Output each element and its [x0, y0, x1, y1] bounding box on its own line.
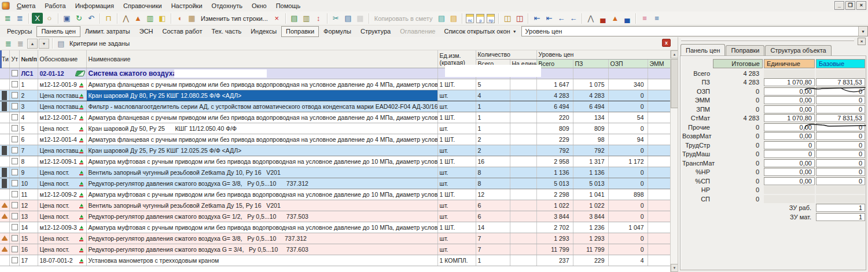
- row-qty-per-cell[interactable]: [510, 189, 536, 200]
- row-emm-cell[interactable]: [648, 101, 670, 112]
- table-row[interactable]: 3Цена поставщикаФильтр - масловлагоотдел…: [0, 101, 670, 112]
- price-base-field[interactable]: 0: [816, 87, 865, 95]
- comments-icon[interactable]: ◧: [157, 13, 168, 24]
- pickaxe-icon[interactable]: ⋀: [585, 13, 596, 24]
- row-total-cell[interactable]: 2 298: [536, 189, 573, 200]
- col-header-price-group[interactable]: Уровень цен: [536, 50, 670, 59]
- row-pz-cell[interactable]: 6 494: [573, 101, 608, 112]
- row-qty-cell[interactable]: 6: [476, 200, 510, 211]
- row-name-cell[interactable]: Кран шаровой Ду 80, Ру 25 КШГ 12.080.25 …: [86, 90, 437, 101]
- row-pz-cell[interactable]: 1 317: [573, 156, 608, 167]
- price-unit-field[interactable]: 1 070,80: [764, 78, 815, 86]
- row-number-cell[interactable]: 11: [19, 189, 38, 200]
- row-ozp-cell[interactable]: 0: [608, 178, 648, 189]
- row-qty-cell[interactable]: 1: [476, 101, 510, 112]
- row-total-cell[interactable]: 809: [536, 123, 573, 134]
- price-unit-field[interactable]: 0,00: [764, 132, 815, 140]
- row-qty-per-cell[interactable]: [510, 255, 536, 266]
- row-ozp-cell[interactable]: 1 172: [608, 156, 648, 167]
- row-qty-per-cell[interactable]: [510, 112, 536, 123]
- price-base-field[interactable]: 7 831,53: [816, 78, 865, 86]
- outdent-alt-icon[interactable]: ⇤: [543, 13, 554, 24]
- row-checkbox[interactable]: [12, 114, 18, 120]
- close-button[interactable]: ×: [856, 1, 866, 10]
- price-base-field[interactable]: 0: [816, 96, 865, 104]
- insert-ls-row-icon[interactable]: пс: [466, 14, 474, 23]
- row-name-cell[interactable]: Установка манометров с трехходовым крано…: [86, 255, 437, 266]
- row-name-cell[interactable]: Арматура муфтовая с ручным приводом или …: [86, 156, 437, 167]
- row-checkbox[interactable]: [12, 147, 18, 153]
- row-unit-cell[interactable]: шт.: [437, 178, 476, 189]
- row-justification-cell[interactable]: м12-12-009-3: [38, 222, 86, 233]
- row-total-cell[interactable]: 11 799: [536, 244, 573, 255]
- tab-1[interactable]: Панель цен: [36, 26, 80, 37]
- row-pz-cell[interactable]: 229: [573, 255, 608, 266]
- menu-item-2[interactable]: Информация: [71, 1, 119, 11]
- row-qty-cell[interactable]: 1: [476, 255, 510, 266]
- table-row[interactable]: 1718-07-001-2Установка манометров с трех…: [0, 255, 670, 266]
- row-ozp-cell[interactable]: 0: [608, 90, 648, 101]
- price-unit-field[interactable]: 0,00: [764, 87, 815, 95]
- row-ozp-cell[interactable]: 54: [608, 112, 648, 123]
- row-checkbox[interactable]: [12, 81, 18, 87]
- row-checkbox[interactable]: [12, 92, 18, 98]
- tab-6[interactable]: Индексы: [246, 26, 281, 37]
- row-emm-cell[interactable]: [648, 68, 670, 79]
- unlock-icon[interactable]: ⊓: [103, 13, 114, 24]
- row-total-cell[interactable]: 2 958: [536, 156, 573, 167]
- row-pz-cell[interactable]: 792: [573, 145, 608, 156]
- row-ozp-cell[interactable]: 0: [608, 233, 648, 244]
- row-unit-cell[interactable]: 1 ШТ.: [437, 134, 476, 145]
- row-unit-cell[interactable]: 1 ШТ.: [437, 222, 476, 233]
- row-checkbox[interactable]: [12, 169, 18, 175]
- row-number-cell[interactable]: 6: [19, 134, 38, 145]
- menu-item-0[interactable]: Смета: [12, 1, 40, 11]
- row-justification-cell[interactable]: Цена пост.: [38, 233, 86, 244]
- row-qty-cell[interactable]: 8: [476, 167, 510, 178]
- row-unit-cell[interactable]: шт.: [437, 123, 476, 134]
- row-qty-cell[interactable]: 2: [476, 134, 510, 145]
- row-number-cell[interactable]: 10: [19, 178, 38, 189]
- row-qty-per-cell[interactable]: [510, 90, 536, 101]
- col-header-ut[interactable]: Ут: [9, 50, 19, 68]
- row-qty-cell[interactable]: 12: [476, 189, 510, 200]
- criteria-page-icon[interactable]: ▤: [56, 38, 67, 49]
- panel-tab-1[interactable]: Поправки: [726, 45, 764, 56]
- row-qty-cell[interactable]: 7: [476, 233, 510, 244]
- row-pz-cell[interactable]: 1 075: [573, 79, 608, 90]
- layers-blue-icon[interactable]: ≡: [651, 13, 662, 24]
- row-name-cell[interactable]: Арматура муфтовая с ручным приводом или …: [86, 189, 437, 200]
- col-header-unit-prices[interactable]: Единичные: [764, 59, 815, 68]
- row-unit-cell[interactable]: шт.: [437, 101, 476, 112]
- price-base-field[interactable]: 0: [816, 132, 865, 140]
- row-justification-cell[interactable]: Цена пост.: [38, 200, 86, 211]
- row-justification-cell[interactable]: м12-12-001-7: [38, 112, 86, 123]
- truck-blue-icon[interactable]: ▄: [621, 13, 632, 24]
- row-checkbox[interactable]: [12, 125, 18, 131]
- table-row[interactable]: 16Цена пост.Редуктор-регулятор давления …: [0, 244, 670, 255]
- row-number-cell[interactable]: 16: [19, 244, 38, 255]
- move-down-button[interactable]: ▼: [39, 39, 49, 49]
- table-row[interactable]: 12Цена пост.Вентиль запорный чугунный ре…: [0, 200, 670, 211]
- row-qty-cell[interactable]: 7: [476, 244, 510, 255]
- row-pz-cell[interactable]: 11 799: [573, 244, 608, 255]
- row-justification-cell[interactable]: 18-07-001-2: [38, 255, 86, 266]
- tab-3[interactable]: ЭСН: [135, 26, 158, 37]
- row-justification-cell[interactable]: м12-12-001-4: [38, 134, 86, 145]
- table-row[interactable]: 14м12-12-009-3Арматура муфтовая с ручным…: [0, 222, 670, 233]
- row-checkbox[interactable]: [12, 213, 18, 219]
- row-number-cell[interactable]: 2: [19, 90, 38, 101]
- cart-icon[interactable]: ▥: [145, 13, 156, 24]
- row-ozp-cell[interactable]: 0: [608, 200, 648, 211]
- row-emm-cell[interactable]: [648, 123, 670, 134]
- row-ozp-cell[interactable]: 898: [608, 189, 648, 200]
- row-qty-cell[interactable]: 4: [476, 90, 510, 101]
- price-unit-field[interactable]: 0: [764, 150, 815, 158]
- menu-item-4[interactable]: Настройки: [167, 1, 207, 11]
- close-criteria-button[interactable]: x: [662, 39, 671, 47]
- row-number-cell[interactable]: ЛС1: [19, 68, 38, 79]
- row-name-cell[interactable]: Арматура фланцевая с ручным приводом или…: [86, 134, 437, 145]
- price-unit-field[interactable]: 0,00: [764, 96, 815, 104]
- row-number-cell[interactable]: 14: [19, 222, 38, 233]
- col-header-price-total[interactable]: Всего: [536, 59, 573, 68]
